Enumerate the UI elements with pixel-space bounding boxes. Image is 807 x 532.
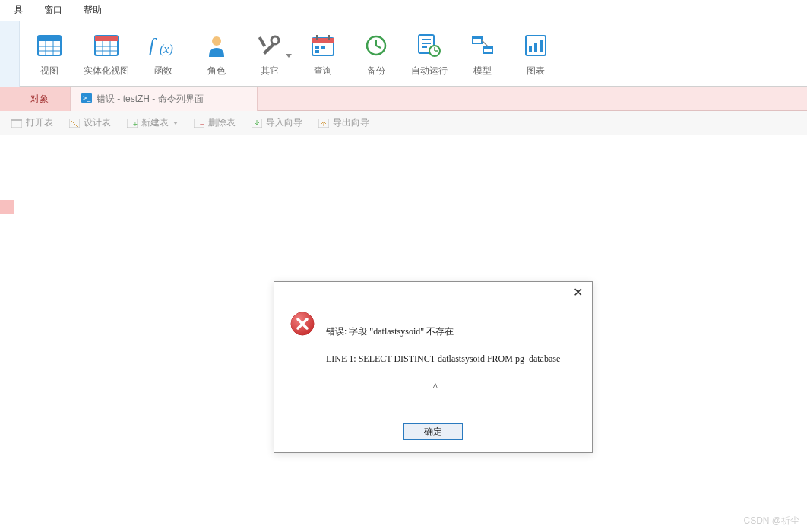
toolbar-label: 图表 <box>527 65 545 78</box>
dialog-titlebar: ✕ <box>274 282 592 305</box>
chart-button[interactable]: 图表 <box>509 21 562 87</box>
fx-icon: f(x) <box>149 33 178 60</box>
query-button[interactable]: 查询 <box>296 21 350 87</box>
svg-rect-47 <box>69 119 80 128</box>
calendar-icon <box>312 35 334 59</box>
svg-rect-23 <box>315 50 319 53</box>
error-line-3: ^ <box>326 379 560 393</box>
ok-button[interactable]: 确定 <box>404 423 463 440</box>
tab-objects[interactable]: 对象 <box>0 87 71 111</box>
svg-point-15 <box>271 36 279 44</box>
grid-icon <box>37 35 62 59</box>
chart-icon <box>525 35 546 59</box>
left-panel-stub <box>0 21 20 87</box>
model-icon <box>471 35 494 59</box>
table-new-icon: + <box>126 117 138 129</box>
tools-icon <box>258 34 281 59</box>
table-open-icon <box>11 117 23 129</box>
svg-text:f: f <box>149 34 157 56</box>
open-table-button[interactable]: 打开表 <box>5 114 59 131</box>
sec-label: 新建表 <box>141 116 169 129</box>
svg-rect-40 <box>529 46 532 52</box>
svg-rect-19 <box>316 35 318 40</box>
svg-rect-42 <box>540 40 543 52</box>
tab-label: 错误 - testZH - 命令列界面 <box>97 93 204 106</box>
grid-red-icon <box>94 35 119 59</box>
error-dialog: ✕ 错误: 字段 "datlastsysoid" 不存在 LINE 1: SEL… <box>274 281 593 453</box>
sec-label: 设计表 <box>84 116 111 129</box>
sidebar-highlight-stub <box>0 200 14 214</box>
function-button[interactable]: f(x) 函数 <box>137 21 190 87</box>
design-table-button[interactable]: 设计表 <box>62 114 117 131</box>
svg-rect-20 <box>328 35 330 40</box>
import-icon <box>251 117 263 129</box>
svg-rect-35 <box>473 36 482 39</box>
person-icon <box>207 34 226 59</box>
terminal-icon: >_ <box>81 93 92 105</box>
tab-error-cli[interactable]: >_ 错误 - testZH - 命令列界面 <box>71 87 258 111</box>
svg-rect-7 <box>95 36 118 41</box>
main-toolbar: 视图 实体化视图 f(x) 函数 角色 其它 <box>0 21 807 87</box>
view-button[interactable]: 视图 <box>23 21 76 87</box>
svg-text:>_: >_ <box>83 94 91 102</box>
import-wizard-button[interactable]: 导入向导 <box>245 114 309 131</box>
toolbar-label: 角色 <box>207 65 226 78</box>
backup-button[interactable]: 备份 <box>350 21 403 87</box>
svg-text:(x): (x) <box>160 43 173 56</box>
model-button[interactable]: 模型 <box>456 21 509 87</box>
svg-point-14 <box>212 36 221 46</box>
table-delete-icon: − <box>193 117 205 129</box>
sec-label: 删除表 <box>208 116 236 129</box>
dialog-message: 错误: 字段 "datlastsysoid" 不存在 LINE 1: SELEC… <box>326 311 560 407</box>
toolbar-label: 视图 <box>40 65 59 78</box>
svg-rect-16 <box>258 36 266 46</box>
export-wizard-button[interactable]: 导出向导 <box>312 114 375 131</box>
tab-bar: 对象 >_ 错误 - testZH - 命令列界面 <box>0 87 807 111</box>
svg-text:−: − <box>200 120 204 128</box>
toolbar-label: 查询 <box>314 65 332 78</box>
svg-rect-46 <box>11 119 22 121</box>
materialized-view-button[interactable]: 实体化视图 <box>76 21 137 87</box>
svg-rect-37 <box>483 46 492 49</box>
svg-rect-18 <box>312 38 334 43</box>
toolbar-label: 函数 <box>154 65 172 78</box>
toolbar-label: 实体化视图 <box>84 65 129 78</box>
toolbar-label: 自动运行 <box>411 65 448 78</box>
sec-label: 导出向导 <box>333 116 369 129</box>
svg-rect-1 <box>38 36 61 41</box>
svg-text:+: + <box>133 120 138 128</box>
sec-label: 导入向导 <box>266 116 302 129</box>
error-line-1: 错误: 字段 "datlastsysoid" 不存在 <box>326 325 560 338</box>
sec-label: 打开表 <box>26 116 53 129</box>
menubar: 具 窗口 帮助 <box>0 0 807 21</box>
tab-label: 对象 <box>30 93 49 106</box>
role-button[interactable]: 角色 <box>190 21 243 87</box>
error-icon <box>290 311 315 407</box>
other-button[interactable]: 其它 <box>243 21 296 87</box>
close-icon[interactable]: ✕ <box>570 287 586 299</box>
error-line-2: LINE 1: SELECT DISTINCT datlastsysoid FR… <box>326 352 560 366</box>
delete-table-button[interactable]: − 删除表 <box>187 114 242 131</box>
toolbar-label: 备份 <box>367 65 385 78</box>
schedule-icon <box>418 34 441 59</box>
menu-tools[interactable]: 具 <box>3 1 33 20</box>
toolbar-label: 模型 <box>473 65 492 78</box>
svg-line-38 <box>482 40 488 46</box>
svg-rect-22 <box>321 46 325 49</box>
svg-line-48 <box>71 121 78 127</box>
secondary-toolbar: 打开表 设计表 + 新建表 − 删除表 导入向导 导出向导 <box>0 111 807 135</box>
chevron-down-icon <box>173 122 178 125</box>
menu-window[interactable]: 窗口 <box>33 1 73 20</box>
svg-rect-41 <box>534 43 537 52</box>
clock-icon <box>366 35 387 59</box>
toolbar-label: 其它 <box>261 65 279 78</box>
chevron-down-icon <box>286 54 292 58</box>
svg-rect-21 <box>315 46 319 49</box>
auto-run-button[interactable]: 自动运行 <box>403 21 456 87</box>
table-design-icon <box>68 117 81 129</box>
export-icon <box>318 117 330 129</box>
watermark: CSDN @祈尘 <box>743 515 799 527</box>
menu-help[interactable]: 帮助 <box>73 1 112 20</box>
new-table-button[interactable]: + 新建表 <box>120 114 184 131</box>
